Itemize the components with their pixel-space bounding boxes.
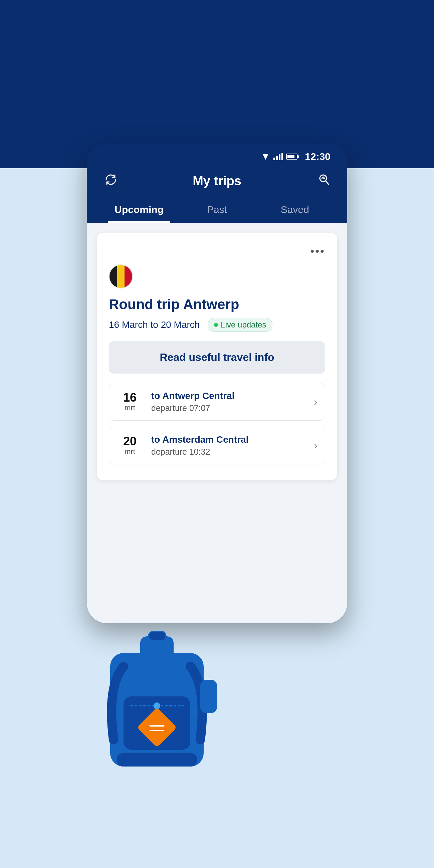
journey-1-chevron-icon: › — [314, 396, 317, 408]
journey-2-info: to Amsterdam Central departure 10:32 — [151, 434, 310, 457]
journey-2-departure: departure 10:32 — [151, 447, 310, 457]
tabs-bar: Upcoming Past Saved — [87, 198, 347, 223]
live-badge: Live updates — [208, 318, 272, 332]
bg-blue-decoration — [0, 0, 434, 168]
phone-body: ▼ 12:30 — [87, 144, 347, 623]
journey-1-month: mrt — [117, 404, 143, 412]
travel-info-button[interactable]: Read useful travel info — [109, 341, 325, 374]
status-bar: ▼ 12:30 — [87, 144, 347, 165]
refresh-icon[interactable] — [103, 172, 118, 190]
status-time: 12:30 — [305, 151, 331, 162]
svg-point-2 — [322, 178, 324, 179]
live-badge-label: Live updates — [221, 320, 266, 330]
tab-saved[interactable]: Saved — [256, 198, 334, 223]
journey-1-date-box: 16 mrt — [117, 392, 143, 412]
live-dot — [214, 323, 218, 327]
battery-icon — [286, 154, 298, 160]
country-flag — [109, 265, 133, 288]
journey-2-chevron-icon: › — [314, 439, 317, 452]
journey-2-destination: to Amsterdam Central — [151, 434, 310, 445]
trip-dates: 16 March to 20 March — [109, 319, 199, 330]
journey-1-departure: departure 07:07 — [151, 403, 310, 413]
app-header: My trips — [87, 165, 347, 198]
journey-1-day: 16 — [117, 392, 143, 404]
journey-2-month: mrt — [117, 447, 143, 456]
card-menu: ••• — [109, 245, 325, 258]
svg-rect-12 — [117, 753, 197, 767]
phone-mockup: ▼ 12:30 — [87, 144, 347, 778]
signal-icon — [273, 153, 283, 160]
tab-past[interactable]: Past — [178, 198, 256, 223]
svg-line-1 — [326, 181, 329, 184]
svg-rect-5 — [149, 631, 166, 641]
trip-title: Round trip Antwerp — [109, 297, 325, 312]
backpack-illustration — [97, 613, 230, 788]
wifi-icon: ▼ — [261, 151, 271, 162]
status-icons: ▼ — [261, 151, 301, 162]
journey-1-destination: to Antwerp Central — [151, 391, 310, 401]
journey-2-day: 20 — [117, 435, 143, 447]
svg-rect-11 — [200, 680, 217, 713]
journey-item-1[interactable]: 16 mrt to Antwerp Central departure 07:0… — [109, 383, 325, 421]
content-area: ••• Round trip Antwerp 16 March to 20 Ma… — [87, 223, 347, 623]
journey-item-2[interactable]: 20 mrt to Amsterdam Central departure 10… — [109, 427, 325, 464]
more-options-button[interactable]: ••• — [310, 245, 325, 258]
journey-2-date-box: 20 mrt — [117, 435, 143, 456]
header-title: My trips — [193, 174, 241, 188]
svg-point-13 — [154, 703, 160, 709]
tab-upcoming[interactable]: Upcoming — [100, 198, 178, 223]
trip-dates-row: 16 March to 20 March Live updates — [109, 318, 325, 332]
scan-icon[interactable] — [316, 172, 331, 190]
trip-card: ••• Round trip Antwerp 16 March to 20 Ma… — [97, 233, 337, 480]
journey-1-info: to Antwerp Central departure 07:07 — [151, 391, 310, 413]
